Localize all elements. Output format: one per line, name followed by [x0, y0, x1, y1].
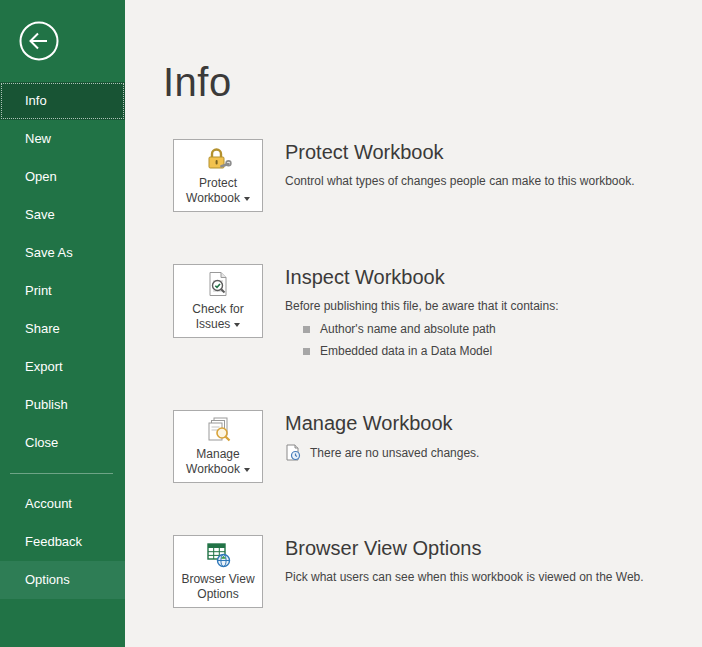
sidebar-item-export[interactable]: Export: [0, 348, 125, 386]
browser-view-options-heading: Browser View Options: [285, 537, 644, 560]
sidebar-item-print[interactable]: Print: [0, 272, 125, 310]
back-button[interactable]: [18, 20, 60, 62]
protect-workbook-lock-icon: [204, 146, 232, 172]
inspect-bullet-author: Author's name and absolute path: [303, 322, 559, 336]
sidebar-item-new[interactable]: New: [0, 120, 125, 158]
manage-workbook-heading: Manage Workbook: [285, 412, 479, 435]
inspect-bullet-datamodel-text: Embedded data in a Data Model: [320, 344, 492, 358]
bullet-square-icon: [303, 348, 310, 355]
browser-view-options-info: Browser View Options Pick what users can…: [285, 535, 644, 585]
dropdown-caret-icon: [244, 197, 250, 201]
section-browser-view-options: Browser View Options Browser View Option…: [173, 535, 672, 608]
section-manage-workbook: Manage Workbook Manage Workbook There ar…: [173, 410, 672, 483]
sidebar-separator: [10, 473, 113, 474]
dropdown-caret-icon: [244, 468, 250, 472]
sidebar-item-info[interactable]: Info: [0, 82, 125, 120]
protect-workbook-button[interactable]: Protect Workbook: [173, 139, 263, 212]
sidebar-item-options[interactable]: Options: [0, 561, 125, 599]
inspect-bullet-datamodel: Embedded data in a Data Model: [303, 344, 559, 358]
manage-workbook-icon: [205, 417, 232, 443]
manage-workbook-info: Manage Workbook There are no unsaved cha…: [285, 410, 479, 461]
section-protect-workbook: Protect Workbook Protect Workbook Contro…: [173, 139, 672, 212]
protect-workbook-heading: Protect Workbook: [285, 141, 635, 164]
protect-workbook-button-label: Protect Workbook: [177, 176, 259, 206]
sidebar-item-feedback[interactable]: Feedback: [0, 523, 125, 561]
inspect-workbook-info: Inspect Workbook Before publishing this …: [285, 264, 559, 358]
inspect-workbook-description: Before publishing this file, be aware th…: [285, 298, 559, 314]
dropdown-caret-icon: [234, 323, 240, 327]
check-for-issues-icon: [205, 271, 231, 298]
page-title: Info: [163, 60, 672, 105]
sidebar-item-save[interactable]: Save: [0, 196, 125, 234]
bullet-square-icon: [303, 326, 310, 333]
unsaved-changes-row: There are no unsaved changes.: [285, 444, 479, 461]
protect-workbook-description: Control what types of changes people can…: [285, 173, 635, 189]
section-inspect-workbook: Check for Issues Inspect Workbook Before…: [173, 264, 672, 358]
sidebar-item-close[interactable]: Close: [0, 424, 125, 462]
manage-workbook-button[interactable]: Manage Workbook: [173, 410, 263, 483]
browser-view-options-button[interactable]: Browser View Options: [173, 535, 263, 608]
sidebar-item-account[interactable]: Account: [0, 485, 125, 523]
inspect-workbook-heading: Inspect Workbook: [285, 266, 559, 289]
browser-view-options-icon: [205, 542, 232, 568]
inspect-bullet-author-text: Author's name and absolute path: [320, 322, 496, 336]
sidebar-item-share[interactable]: Share: [0, 310, 125, 348]
sidebar-item-publish[interactable]: Publish: [0, 386, 125, 424]
back-arrow-icon: [18, 20, 60, 62]
sidebar-item-save-as[interactable]: Save As: [0, 234, 125, 272]
check-for-issues-button[interactable]: Check for Issues: [173, 264, 263, 338]
sidebar-nav: Info New Open Save Save As Print Share E…: [0, 82, 125, 599]
backstage-sidebar: Info New Open Save Save As Print Share E…: [0, 0, 125, 647]
manage-workbook-description: There are no unsaved changes.: [310, 445, 479, 461]
manage-workbook-button-label: Manage Workbook: [177, 447, 259, 477]
protect-workbook-info: Protect Workbook Control what types of c…: [285, 139, 635, 189]
check-for-issues-button-label: Check for Issues: [177, 302, 259, 332]
info-page: Info Protect Workbook Protect Workbook C…: [125, 0, 702, 647]
sidebar-item-open[interactable]: Open: [0, 158, 125, 196]
unsaved-changes-file-icon: [285, 444, 301, 461]
browser-view-options-button-label: Browser View Options: [177, 572, 259, 602]
browser-view-options-description: Pick what users can see when this workbo…: [285, 569, 644, 585]
